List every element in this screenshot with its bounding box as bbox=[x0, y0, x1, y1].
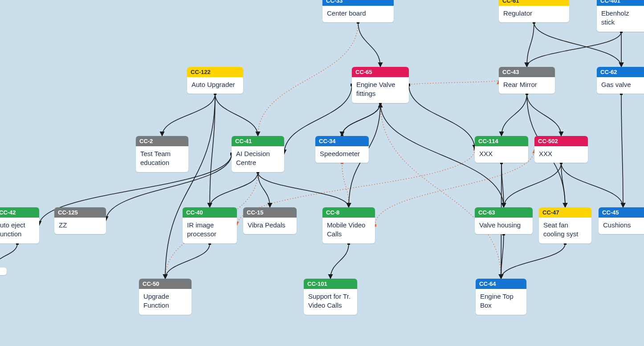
node-title: Auto Upgrader bbox=[187, 77, 243, 94]
node-title: Engine Valve fittings bbox=[352, 77, 409, 103]
node-header: CC-47 bbox=[539, 207, 591, 218]
node-title: Gas valve bbox=[597, 77, 644, 94]
edge bbox=[527, 22, 534, 67]
node-title: Cushions bbox=[599, 218, 644, 234]
diagram-canvas[interactable]: CC-33Center boardCC-61RegulatorCC-401Ebe… bbox=[0, 0, 644, 346]
edge bbox=[210, 172, 258, 207]
node-header: CC-62 bbox=[597, 67, 644, 77]
node-header: CC-63 bbox=[475, 207, 533, 218]
node-offA[interactable] bbox=[0, 268, 7, 275]
node-header: CC-15 bbox=[243, 207, 297, 218]
node-CC-47[interactable]: CC-47Seat fan cooling syst bbox=[539, 207, 591, 243]
edge bbox=[342, 163, 349, 207]
node-title: Vibra Pedals bbox=[243, 218, 297, 234]
node-header: CC-43 bbox=[499, 67, 555, 77]
node-title: AI Decision Centre bbox=[232, 146, 284, 172]
node-header: CC-114 bbox=[475, 136, 528, 146]
node-title: Upgrade Function bbox=[139, 289, 192, 315]
node-CC-502[interactable]: CC-502XXX bbox=[534, 136, 588, 163]
node-header: CC-8 bbox=[322, 207, 375, 218]
edge bbox=[527, 94, 561, 136]
node-CC-50[interactable]: CC-50Upgrade Function bbox=[139, 279, 192, 315]
node-header: CC-125 bbox=[54, 207, 106, 218]
node-header: CC-122 bbox=[187, 67, 243, 77]
edge bbox=[380, 103, 501, 279]
node-CC-64[interactable]: CC-64Engine Top Box bbox=[476, 279, 526, 315]
edge bbox=[501, 163, 504, 207]
node-title: IR image processor bbox=[183, 218, 237, 243]
node-header: CC-401 bbox=[597, 0, 644, 6]
node-CC-40[interactable]: CC-40IR image processor bbox=[183, 207, 237, 243]
node-CC-125[interactable]: CC-125ZZ bbox=[54, 207, 106, 234]
node-CC-2[interactable]: CC-2Test Team education bbox=[136, 136, 188, 172]
edge bbox=[342, 103, 380, 136]
node-title: Ebenholz stick bbox=[597, 6, 644, 32]
node-CC-34[interactable]: CC-34Speedometer bbox=[315, 136, 369, 163]
node-title: Engine Top Box bbox=[476, 289, 526, 315]
node-CC-43[interactable]: CC-43Rear Mirror bbox=[499, 67, 555, 94]
node-header: CC-101 bbox=[304, 279, 357, 289]
node-title: XXX bbox=[475, 146, 528, 163]
edge bbox=[561, 163, 565, 207]
node-header: CC-34 bbox=[315, 136, 369, 146]
node-header: CC-50 bbox=[139, 279, 192, 289]
node-title: XXX bbox=[534, 146, 588, 163]
edge bbox=[165, 94, 215, 279]
node-title: ZZ bbox=[54, 218, 106, 234]
edge bbox=[409, 80, 499, 85]
edge bbox=[527, 32, 621, 67]
node-title: Center board bbox=[322, 6, 394, 22]
node-header: CC-502 bbox=[534, 136, 588, 146]
node-CC-401[interactable]: CC-401Ebenholz stick bbox=[597, 0, 644, 32]
node-header: CC-61 bbox=[499, 0, 569, 6]
edge bbox=[561, 163, 623, 207]
node-header: CC-40 bbox=[183, 207, 237, 218]
node-title bbox=[0, 268, 7, 275]
node-header: CC-2 bbox=[136, 136, 188, 146]
node-CC-15[interactable]: CC-15Vibra Pedals bbox=[243, 207, 297, 234]
node-title: Rear Mirror bbox=[499, 77, 555, 94]
node-header: CC-42 bbox=[0, 207, 39, 218]
node-CC-41[interactable]: CC-41AI Decision Centre bbox=[232, 136, 284, 172]
edge bbox=[501, 234, 504, 279]
node-title: Mobile Video Calls bbox=[322, 218, 375, 243]
node-CC-101[interactable]: CC-101Support for Tr. Video Calls bbox=[304, 279, 357, 315]
node-title: Support for Tr. Video Calls bbox=[304, 289, 357, 315]
edge bbox=[165, 243, 210, 279]
edge bbox=[330, 243, 349, 279]
edge bbox=[342, 103, 380, 136]
node-CC-8[interactable]: CC-8Mobile Video Calls bbox=[322, 207, 375, 243]
edge bbox=[258, 172, 270, 207]
node-CC-33[interactable]: CC-33Center board bbox=[322, 0, 394, 22]
node-CC-63[interactable]: CC-63Valve housing bbox=[475, 207, 533, 234]
node-CC-65[interactable]: CC-65Engine Valve fittings bbox=[352, 67, 409, 103]
edge bbox=[358, 22, 380, 67]
node-title: Seat fan cooling syst bbox=[539, 218, 591, 243]
edge bbox=[215, 94, 258, 136]
edge bbox=[501, 94, 527, 136]
edge bbox=[409, 85, 475, 150]
edge bbox=[210, 94, 215, 207]
node-header: CC-41 bbox=[232, 136, 284, 146]
edge bbox=[504, 163, 561, 207]
node-CC-62[interactable]: CC-62Gas valve bbox=[597, 67, 644, 94]
edge bbox=[162, 94, 215, 136]
node-CC-122[interactable]: CC-122Auto Upgrader bbox=[187, 67, 243, 94]
node-title: Speedometer bbox=[315, 146, 369, 163]
node-CC-45[interactable]: CC-45Cushions bbox=[599, 207, 644, 234]
edge bbox=[0, 243, 17, 268]
node-CC-61[interactable]: CC-61Regulator bbox=[499, 0, 569, 22]
node-header: CC-45 bbox=[599, 207, 644, 218]
node-header: CC-64 bbox=[476, 279, 526, 289]
node-title: Valve housing bbox=[475, 218, 533, 234]
node-CC-42[interactable]: CC-42uto eject unction bbox=[0, 207, 39, 243]
node-title: uto eject unction bbox=[0, 218, 39, 243]
node-title: Regulator bbox=[499, 6, 569, 22]
edge bbox=[258, 22, 358, 136]
node-title: Test Team education bbox=[136, 146, 188, 172]
node-CC-114[interactable]: CC-114XXX bbox=[475, 136, 528, 163]
node-header: CC-65 bbox=[352, 67, 409, 77]
node-header: CC-33 bbox=[322, 0, 394, 6]
edge bbox=[621, 94, 623, 207]
edge bbox=[501, 243, 565, 279]
